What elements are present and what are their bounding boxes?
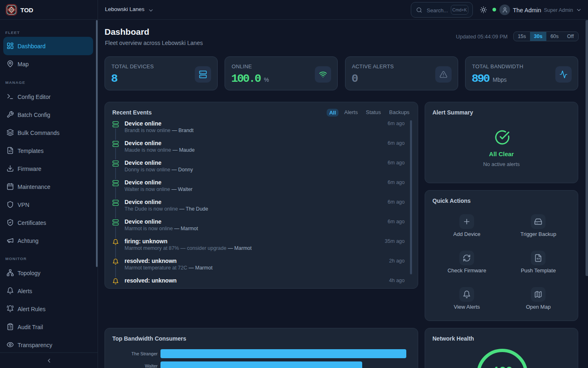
svg-text:100: 100 [492,365,512,368]
